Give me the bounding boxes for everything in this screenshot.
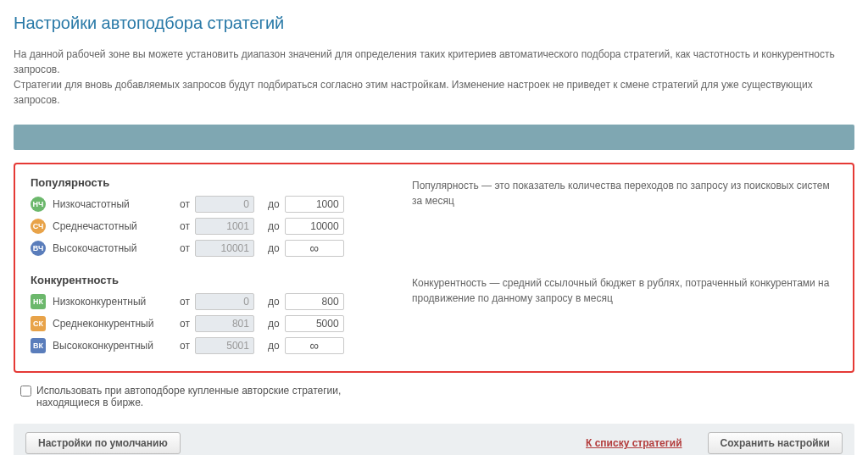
use-purchased-strategies-label: Использовать при автоподборе купленные а…: [36, 385, 359, 408]
save-button[interactable]: Сохранить настройки: [708, 432, 843, 454]
pop-low-from-input: [195, 196, 254, 213]
popularity-title: Популярность: [31, 176, 387, 189]
defaults-button[interactable]: Настройки по умолчанию: [25, 432, 181, 454]
competition-row-mid: СК Среднеконкурентный от до: [31, 315, 387, 332]
pop-mid-from-input: [195, 218, 254, 235]
competition-title: Конкурентность: [31, 274, 387, 286]
footer-bar: Настройки по умолчанию К списку стратеги…: [14, 424, 854, 455]
badge-high-freq-icon: ВЧ: [31, 241, 46, 256]
pop-high-from-input: [195, 240, 254, 257]
pop-low-to-input[interactable]: [285, 196, 344, 213]
popularity-row-high: ВЧ Высокочастотный от до ∞: [31, 240, 387, 257]
from-label: от: [180, 220, 190, 232]
from-label: от: [180, 340, 190, 352]
from-label: от: [180, 318, 190, 330]
description: На данной рабочей зоне вы можете установ…: [14, 47, 854, 108]
badge-low-freq-icon: НЧ: [31, 197, 46, 212]
badge-high-comp-icon: ВК: [31, 338, 46, 353]
pop-high-to-infinity-icon: ∞: [285, 240, 344, 257]
competition-row-low: НК Низкоконкурентный от до: [31, 293, 387, 310]
label-mid-comp: Среднеконкурентный: [53, 318, 180, 330]
settings-panel: Популярность НЧ Низкочастотный от до СЧ …: [14, 163, 854, 373]
from-label: от: [180, 296, 190, 308]
comp-mid-to-input[interactable]: [285, 315, 344, 332]
use-purchased-strategies-checkbox[interactable]: [20, 386, 31, 397]
comp-high-from-input: [195, 337, 254, 354]
header-bar: [14, 125, 854, 150]
competition-hint: Конкурентность — средний ссылочный бюдже…: [412, 274, 837, 306]
label-low-comp: Низкоконкурентный: [53, 296, 180, 308]
to-label: до: [268, 242, 280, 254]
label-low-freq: Низкочастотный: [53, 198, 180, 210]
comp-low-to-input[interactable]: [285, 293, 344, 310]
use-purchased-strategies-row[interactable]: Использовать при автоподборе купленные а…: [14, 385, 854, 408]
description-p1: На данной рабочей зоне вы можете установ…: [14, 48, 835, 75]
popularity-row-low: НЧ Низкочастотный от до: [31, 196, 387, 213]
badge-low-comp-icon: НК: [31, 294, 46, 309]
label-high-comp: Высококонкурентный: [53, 340, 180, 352]
comp-high-to-infinity-icon: ∞: [285, 337, 344, 354]
from-label: от: [180, 242, 190, 254]
comp-mid-from-input: [195, 315, 254, 332]
popularity-row-mid: СЧ Среднечастотный от до: [31, 218, 387, 235]
strategies-list-link[interactable]: К списку стратегий: [586, 437, 682, 449]
to-label: до: [268, 296, 280, 308]
page-title: Настройки автоподбора стратегий: [14, 14, 854, 33]
competition-row-high: ВК Высококонкурентный от до ∞: [31, 337, 387, 354]
pop-mid-to-input[interactable]: [285, 218, 344, 235]
popularity-hint: Популярность — это показатель количества…: [412, 176, 837, 208]
to-label: до: [268, 220, 280, 232]
label-mid-freq: Среднечастотный: [53, 220, 180, 232]
to-label: до: [268, 340, 280, 352]
from-label: от: [180, 198, 190, 210]
to-label: до: [268, 198, 280, 210]
label-high-freq: Высокочастотный: [53, 242, 180, 254]
badge-mid-freq-icon: СЧ: [31, 219, 46, 234]
to-label: до: [268, 318, 280, 330]
comp-low-from-input: [195, 293, 254, 310]
description-p2: Стратегии для вновь добавляемых запросов…: [14, 79, 813, 106]
badge-mid-comp-icon: СК: [31, 316, 46, 331]
